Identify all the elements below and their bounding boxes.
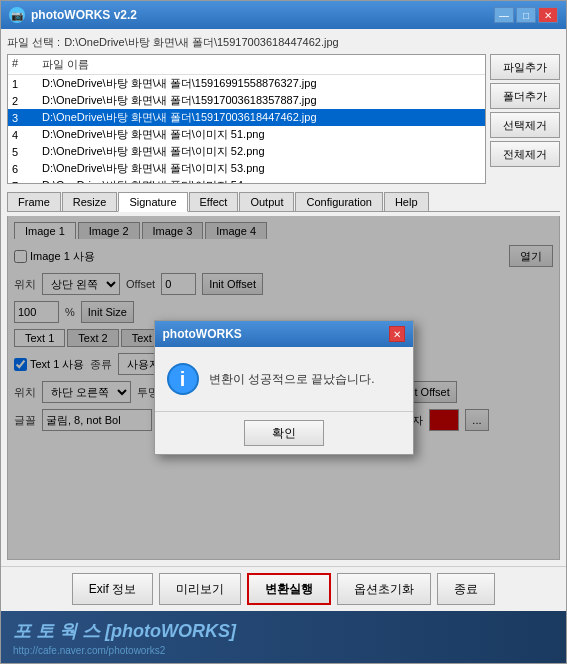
dialog-title-bar: photoWORKS ✕	[155, 321, 413, 347]
footer-title: 포 토 웍 스 [photoWORKS]	[13, 619, 554, 643]
exit-button[interactable]: 종료	[437, 573, 495, 605]
file-list-header: # 파일 이름	[8, 55, 485, 75]
tab-effect[interactable]: Effect	[189, 192, 239, 211]
file-select-path: D:\OneDrive\바탕 화면\새 폴더\15917003618447462…	[64, 35, 339, 50]
col-num-header: #	[12, 57, 42, 72]
main-content: 파일 선택 : D:\OneDrive\바탕 화면\새 폴더\159170036…	[1, 29, 566, 566]
app-icon: 📷	[9, 7, 25, 23]
maximize-button[interactable]: □	[516, 7, 536, 23]
dialog-footer: 확인	[155, 411, 413, 454]
table-row[interactable]: 5 D:\OneDrive\바탕 화면\새 폴더\이미지 52.png	[8, 143, 485, 160]
reset-options-button[interactable]: 옵션초기화	[337, 573, 431, 605]
table-row[interactable]: 4 D:\OneDrive\바탕 화면\새 폴더\이미지 51.png	[8, 126, 485, 143]
dialog-ok-button[interactable]: 확인	[244, 420, 324, 446]
add-file-button[interactable]: 파일추가	[490, 54, 560, 80]
window-title: photoWORKS v2.2	[31, 8, 137, 22]
dialog-overlay: photoWORKS ✕ i 변환이 성공적으로 끝났습니다. 확인	[8, 216, 559, 559]
tab-resize[interactable]: Resize	[62, 192, 118, 211]
title-bar: 📷 photoWORKS v2.2 — □ ✕	[1, 1, 566, 29]
add-folder-button[interactable]: 폴더추가	[490, 83, 560, 109]
title-controls: — □ ✕	[494, 7, 558, 23]
convert-button[interactable]: 변환실행	[247, 573, 331, 605]
col-name-header: 파일 이름	[42, 57, 481, 72]
file-list-container: # 파일 이름 1 D:\OneDrive\바탕 화면\새 폴더\1591699…	[7, 54, 486, 184]
file-select-label: 파일 선택 :	[7, 35, 60, 50]
remove-selected-button[interactable]: 선택제거	[490, 112, 560, 138]
dialog-close-button[interactable]: ✕	[389, 326, 405, 342]
file-list-section: # 파일 이름 1 D:\OneDrive\바탕 화면\새 폴더\1591699…	[7, 54, 560, 184]
tab-content: Image 1 Image 2 Image 3 Image 4 Image 1 …	[7, 216, 560, 560]
dialog-title-text: photoWORKS	[163, 327, 242, 341]
tab-configuration[interactable]: Configuration	[295, 192, 382, 211]
dialog: photoWORKS ✕ i 변환이 성공적으로 끝났습니다. 확인	[154, 320, 414, 455]
footer-url: http://cafe.naver.com/photoworks2	[13, 645, 554, 656]
preview-button[interactable]: 미리보기	[159, 573, 241, 605]
table-row[interactable]: 7 D:\OneDrive\바탕 화면\새 폴더\이미지 54.png	[8, 177, 485, 184]
file-select-row: 파일 선택 : D:\OneDrive\바탕 화면\새 폴더\159170036…	[7, 35, 560, 50]
table-row[interactable]: 1 D:\OneDrive\바탕 화면\새 폴더\159169915588763…	[8, 75, 485, 92]
table-row[interactable]: 2 D:\OneDrive\바탕 화면\새 폴더\159170036183578…	[8, 92, 485, 109]
file-buttons: 파일추가 폴더추가 선택제거 전체제거	[490, 54, 560, 184]
dialog-info-icon: i	[167, 363, 199, 395]
main-window: 📷 photoWORKS v2.2 — □ ✕ 파일 선택 : D:\OneDr…	[0, 0, 567, 664]
minimize-button[interactable]: —	[494, 7, 514, 23]
tab-frame[interactable]: Frame	[7, 192, 61, 211]
close-button[interactable]: ✕	[538, 7, 558, 23]
title-bar-left: 📷 photoWORKS v2.2	[9, 7, 137, 23]
tab-output[interactable]: Output	[239, 192, 294, 211]
table-row[interactable]: 6 D:\OneDrive\바탕 화면\새 폴더\이미지 53.png	[8, 160, 485, 177]
dialog-message: 변환이 성공적으로 끝났습니다.	[209, 370, 375, 388]
tab-signature[interactable]: Signature	[118, 192, 187, 212]
tab-help[interactable]: Help	[384, 192, 429, 211]
table-row[interactable]: 3 D:\OneDrive\바탕 화면\새 폴더\159170036184474…	[8, 109, 485, 126]
file-list-scroll[interactable]: 1 D:\OneDrive\바탕 화면\새 폴더\159169915588763…	[8, 75, 485, 184]
remove-all-button[interactable]: 전체제거	[490, 141, 560, 167]
footer-banner: 포 토 웍 스 [photoWORKS] http://cafe.naver.c…	[1, 611, 566, 663]
exif-button[interactable]: Exif 정보	[72, 573, 153, 605]
bottom-bar: Exif 정보 미리보기 변환실행 옵션초기화 종료	[1, 566, 566, 611]
dialog-body: i 변환이 성공적으로 끝났습니다.	[155, 347, 413, 411]
main-tab-bar: Frame Resize Signature Effect Output Con…	[7, 192, 560, 212]
